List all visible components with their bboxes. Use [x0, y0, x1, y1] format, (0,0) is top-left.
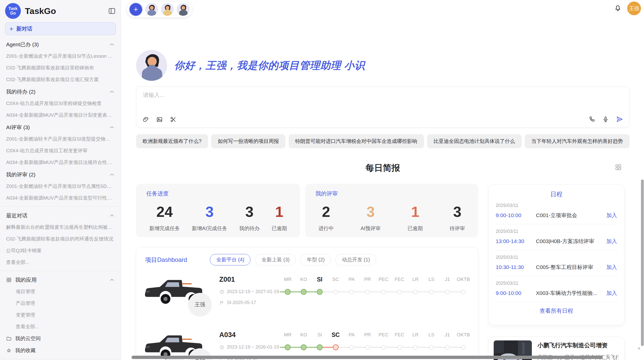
app-item-change-mgmt[interactable]: 变更管理: [0, 309, 121, 321]
vertical-scrollbar[interactable]: [641, 179, 644, 346]
user-avatar[interactable]: 王强: [627, 2, 641, 15]
stat-value: 1: [407, 204, 423, 219]
tab-year-model[interactable]: 年型 (2): [300, 254, 331, 265]
notification-bell-icon[interactable]: [614, 5, 622, 12]
new-chat-button[interactable]: + 新对话: [5, 22, 116, 35]
milestone-OKTB: OKTB: [455, 331, 471, 352]
app-item-project-mgmt[interactable]: 项目管理: [0, 286, 121, 297]
agent-avatar-2[interactable]: [161, 3, 174, 16]
stat-new-done: 24 新增完成任务: [149, 204, 180, 232]
my-favorites[interactable]: 我的收藏: [0, 344, 121, 356]
sidebar-item[interactable]: C0X4-动力总成开发项目工程变更评审: [0, 145, 121, 157]
suggestion-chip[interactable]: 如何写一份清晰的项目周报: [211, 134, 285, 148]
collapse-sidebar-icon[interactable]: [108, 7, 116, 15]
schedule-title: 日程: [489, 185, 624, 198]
composer-left-tools: [142, 116, 177, 123]
stat-overdue: 1 已逾期: [407, 204, 423, 232]
add-agent-button[interactable]: +: [129, 3, 142, 16]
project-dates: 2023-12-19 ~ 2027-01-19: [219, 289, 280, 294]
tab-powertrain[interactable]: 动总开发 (1): [335, 254, 376, 265]
sidebar-item[interactable]: Z001-全新燃油皮卡产品开发项目SI节点Lesson Learn报告: [0, 50, 121, 62]
section-header-agent-done[interactable]: Agent已办 (3): [0, 38, 121, 50]
stat-value: 3: [239, 204, 260, 219]
chevron-up-icon: [109, 42, 115, 47]
suggestion-chip[interactable]: 比亚迪全固态电池计划具体说了什么: [427, 134, 522, 148]
sidebar-item[interactable]: A034-全新新能源MUV产品开发项目造型可行性评审: [0, 192, 121, 204]
milestone-KO: KO: [296, 275, 312, 297]
dashboard-title: 项目Dashboard: [145, 256, 187, 264]
scissors-icon[interactable]: [170, 116, 177, 123]
join-link[interactable]: 加入: [606, 264, 617, 271]
section-title: Agent已办 (3): [6, 41, 39, 48]
tab-new-platform[interactable]: 全新平台 (4): [210, 254, 251, 265]
section-header-my-review[interactable]: 我的评审 (2): [0, 168, 121, 181]
section-header-my-todo[interactable]: 我的待办 (2): [0, 85, 121, 98]
event-date: 2025/03/11: [496, 281, 617, 286]
sidebar-section-my-review: 我的评审 (2) Z001-全新燃油轻卡产品开发项目SI节点属性5D文件评审 A…: [0, 168, 121, 204]
phone-icon[interactable]: [589, 116, 595, 123]
logo-text-top: Task: [8, 6, 17, 11]
scroll-down-arrow-icon[interactable]: ▼: [637, 346, 641, 351]
my-cloud-space[interactable]: 我的云空间: [0, 333, 121, 344]
sidebar-item[interactable]: C0X4-动力总成开发项目SI里程碑提交物检查: [0, 98, 121, 109]
microphone-icon[interactable]: [602, 116, 609, 123]
sidebar-item[interactable]: A034-全新新能源MUV产品开发项目法规符合性评审: [0, 157, 121, 168]
join-link[interactable]: 加入: [606, 238, 617, 245]
plus-icon: +: [9, 25, 13, 33]
stat-ai-pre-review: 3 AI预评审: [361, 204, 381, 232]
tab-new-body[interactable]: 全新上装 (3): [255, 254, 296, 265]
agent-switcher: +: [127, 1, 192, 18]
sidebar-item[interactable]: 解释最新出台的欧盟报废车法规再生塑料比例被调至15%...: [0, 221, 121, 233]
section-header-recent-chats[interactable]: 最近对话: [0, 209, 121, 221]
project-dashboard-card: 项目Dashboard 全新平台 (4) 全新上装 (3) 年型 (2) 动总开…: [136, 247, 478, 360]
sidebar-item[interactable]: C02-飞腾新能源轻客改款项目的闭环通告反馈情况: [0, 233, 121, 245]
schedule-event: 2025/03/11 9:00-10:00 C001-立项审批会 加入: [489, 198, 624, 224]
stat-label: 新增AI完成任务: [192, 225, 227, 232]
view-all-schedule-link[interactable]: 查看所有日程: [489, 302, 624, 315]
suggestion-chip[interactable]: 当下年轻人对汽车外观有怎样的喜好趋势: [525, 134, 630, 148]
sidebar-item-view-all[interactable]: 查看全部...: [0, 257, 121, 268]
event-date: 2025/03/11: [496, 229, 617, 234]
milestone-OKTB: OKTB: [455, 275, 471, 297]
news-title: 小鹏飞行汽车制造公司增资: [537, 341, 619, 349]
project-code: Z001: [219, 276, 280, 283]
stat-label: 我的待办: [239, 225, 260, 232]
sidebar-item[interactable]: A034-全新新能源MUV产品开发项目计划变更表编写: [0, 109, 121, 121]
project-date-range: 2023-12-19 ~ 2026-01-19: [227, 344, 279, 350]
star-icon: [6, 348, 12, 353]
greeting-block: 你好，王强，我是你的项目管理助理 小识: [136, 50, 365, 81]
attachment-icon[interactable]: [142, 116, 149, 123]
message-input[interactable]: [142, 91, 623, 112]
app-logo: Task Go: [5, 3, 21, 19]
folder-icon: [6, 336, 12, 341]
section-header-ai-review[interactable]: AI评审 (3): [0, 121, 121, 133]
project-row-z001[interactable]: 王强 Z001 2023-12-19 ~ 2027-01-19 SI-2025-…: [136, 265, 478, 321]
scroll-right-arrow-icon[interactable]: ▶: [607, 354, 610, 360]
app-item-view-all[interactable]: 查看全部...: [0, 321, 121, 333]
suggestion-chip[interactable]: 特朗普可能对进口汽车增税会对中国车企造成哪些影响: [289, 134, 424, 148]
join-link[interactable]: 加入: [606, 290, 617, 297]
sidebar-item[interactable]: C02-飞腾新能源轻客改款项目里程碑画布: [0, 62, 121, 74]
project-row-a034[interactable]: 王强 A034 2023-12-19 ~ 2026-01-19 SC-2025-…: [136, 321, 478, 360]
image-icon[interactable]: [156, 116, 163, 123]
sidebar-item[interactable]: 公司Q3轻卡销量: [0, 245, 121, 257]
agent-avatar-3[interactable]: [177, 3, 189, 16]
send-icon[interactable]: [616, 116, 623, 123]
sidebar-item[interactable]: Z001-全新燃油轻卡产品开发项目SI节点属性5D文件评审: [0, 181, 121, 192]
sidebar-item[interactable]: C02-飞腾新能源轻客改款项目立项汇报方案: [0, 74, 121, 85]
agent-avatar-1[interactable]: [145, 3, 158, 16]
sidebar-item[interactable]: Z001-全新燃油轻卡产品开发项目SI造型提交物评审: [0, 133, 121, 145]
sidebar-section-agent-done: Agent已办 (3) Z001-全新燃油皮卡产品开发项目SI节点Lesson …: [0, 38, 121, 85]
stat-overdue: 1 已逾期: [272, 204, 287, 232]
chevron-up-icon: [109, 213, 115, 218]
project-dates: 2023-12-19 ~ 2026-01-19: [219, 344, 280, 350]
layout-grid-icon[interactable]: [615, 164, 622, 171]
stat-pending-review: 3 待评审: [450, 204, 465, 232]
join-link[interactable]: 加入: [606, 212, 617, 219]
event-title: C001-立项审批会: [536, 212, 603, 219]
suggestion-chip[interactable]: 欧洲新规最近颁布了什么?: [136, 134, 208, 148]
stat-my-todo: 3 我的待办: [239, 204, 260, 232]
my-apps-header[interactable]: 我的应用: [0, 274, 121, 286]
horizontal-scrollbar[interactable]: [131, 356, 603, 359]
app-item-product-mgmt[interactable]: 产品管理: [0, 297, 121, 309]
